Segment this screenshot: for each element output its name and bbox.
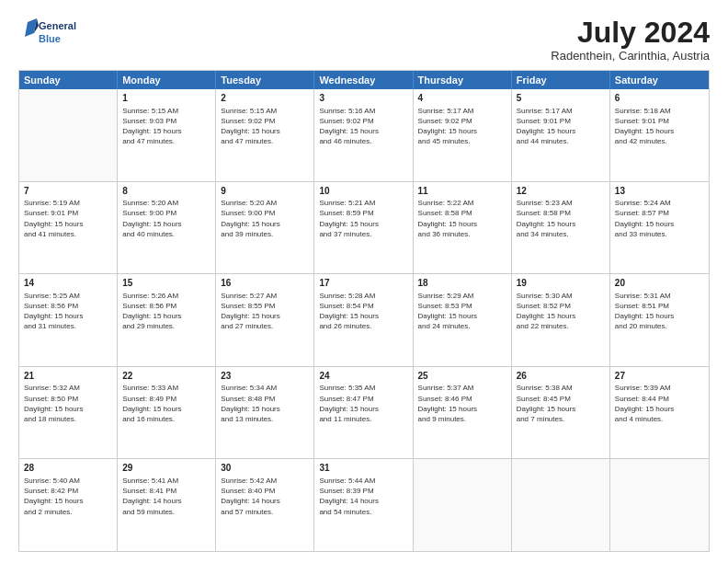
- calendar-cell: 22Sunrise: 5:33 AM Sunset: 8:49 PM Dayli…: [118, 367, 216, 459]
- day-number: 2: [221, 92, 309, 105]
- day-content: Sunrise: 5:26 AM Sunset: 8:56 PM Dayligh…: [122, 291, 210, 332]
- day-content: Sunrise: 5:44 AM Sunset: 8:39 PM Dayligh…: [319, 476, 407, 517]
- calendar-week: 14Sunrise: 5:25 AM Sunset: 8:56 PM Dayli…: [19, 273, 709, 366]
- day-number: 14: [24, 277, 112, 290]
- day-content: Sunrise: 5:18 AM Sunset: 9:01 PM Dayligh…: [615, 106, 704, 147]
- calendar-cell: 29Sunrise: 5:41 AM Sunset: 8:41 PM Dayli…: [118, 459, 216, 551]
- day-content: Sunrise: 5:24 AM Sunset: 8:57 PM Dayligh…: [615, 198, 704, 239]
- header-day: Monday: [118, 71, 216, 89]
- calendar-cell: [414, 459, 512, 551]
- day-number: 18: [418, 277, 506, 290]
- calendar-cell: 12Sunrise: 5:23 AM Sunset: 8:58 PM Dayli…: [512, 182, 610, 274]
- calendar-cell: 6Sunrise: 5:18 AM Sunset: 9:01 PM Daylig…: [610, 89, 709, 181]
- header-day: Friday: [512, 71, 610, 89]
- day-number: 28: [24, 462, 112, 475]
- calendar-cell: 27Sunrise: 5:39 AM Sunset: 8:44 PM Dayli…: [610, 367, 709, 459]
- day-number: 23: [221, 370, 309, 383]
- calendar-cell: 8Sunrise: 5:20 AM Sunset: 9:00 PM Daylig…: [118, 182, 216, 274]
- day-content: Sunrise: 5:31 AM Sunset: 8:51 PM Dayligh…: [615, 291, 704, 332]
- header-day: Thursday: [414, 71, 512, 89]
- day-number: 15: [122, 277, 210, 290]
- header-day: Tuesday: [216, 71, 314, 89]
- day-content: Sunrise: 5:21 AM Sunset: 8:59 PM Dayligh…: [319, 198, 407, 239]
- day-number: 24: [319, 370, 407, 383]
- day-content: Sunrise: 5:15 AM Sunset: 9:03 PM Dayligh…: [122, 106, 210, 147]
- calendar-cell: 25Sunrise: 5:37 AM Sunset: 8:46 PM Dayli…: [414, 367, 512, 459]
- day-number: 21: [24, 370, 112, 383]
- day-number: 26: [517, 370, 605, 383]
- day-number: 16: [221, 277, 309, 290]
- day-content: Sunrise: 5:20 AM Sunset: 9:00 PM Dayligh…: [122, 198, 210, 239]
- header-day: Sunday: [19, 71, 118, 89]
- day-number: 3: [319, 92, 407, 105]
- calendar-week: 1Sunrise: 5:15 AM Sunset: 9:03 PM Daylig…: [19, 89, 709, 181]
- calendar-week: 7Sunrise: 5:19 AM Sunset: 9:01 PM Daylig…: [19, 181, 709, 274]
- calendar-cell: [512, 459, 610, 551]
- calendar-cell: 24Sunrise: 5:35 AM Sunset: 8:47 PM Dayli…: [314, 367, 413, 459]
- calendar-cell: 23Sunrise: 5:34 AM Sunset: 8:48 PM Dayli…: [216, 367, 314, 459]
- calendar-cell: 15Sunrise: 5:26 AM Sunset: 8:56 PM Dayli…: [118, 274, 216, 366]
- day-content: Sunrise: 5:32 AM Sunset: 8:50 PM Dayligh…: [24, 383, 112, 424]
- day-number: 13: [615, 185, 704, 198]
- calendar-cell: 20Sunrise: 5:31 AM Sunset: 8:51 PM Dayli…: [610, 274, 709, 366]
- day-number: 5: [517, 92, 605, 105]
- calendar-cell: 17Sunrise: 5:28 AM Sunset: 8:54 PM Dayli…: [314, 274, 413, 366]
- day-content: Sunrise: 5:23 AM Sunset: 8:58 PM Dayligh…: [517, 198, 605, 239]
- calendar-cell: 19Sunrise: 5:30 AM Sunset: 8:52 PM Dayli…: [512, 274, 610, 366]
- calendar-week: 21Sunrise: 5:32 AM Sunset: 8:50 PM Dayli…: [19, 366, 709, 459]
- day-content: Sunrise: 5:17 AM Sunset: 9:01 PM Dayligh…: [517, 106, 605, 147]
- calendar-cell: 5Sunrise: 5:17 AM Sunset: 9:01 PM Daylig…: [512, 89, 610, 181]
- logo: General Blue: [18, 17, 83, 52]
- day-number: 17: [319, 277, 407, 290]
- calendar-cell: 30Sunrise: 5:42 AM Sunset: 8:40 PM Dayli…: [216, 459, 314, 551]
- day-number: 29: [122, 462, 210, 475]
- day-content: Sunrise: 5:38 AM Sunset: 8:45 PM Dayligh…: [517, 383, 605, 424]
- day-content: Sunrise: 5:29 AM Sunset: 8:53 PM Dayligh…: [418, 291, 506, 332]
- calendar-week: 28Sunrise: 5:40 AM Sunset: 8:42 PM Dayli…: [19, 458, 709, 551]
- location: Radenthein, Carinthia, Austria: [551, 49, 710, 63]
- day-number: 30: [221, 462, 309, 475]
- day-number: 7: [24, 185, 112, 198]
- day-content: Sunrise: 5:19 AM Sunset: 9:01 PM Dayligh…: [24, 198, 112, 239]
- calendar-body: 1Sunrise: 5:15 AM Sunset: 9:03 PM Daylig…: [19, 89, 709, 551]
- calendar-cell: 13Sunrise: 5:24 AM Sunset: 8:57 PM Dayli…: [610, 182, 709, 274]
- day-number: 12: [517, 185, 605, 198]
- calendar-cell: [610, 459, 709, 551]
- day-content: Sunrise: 5:40 AM Sunset: 8:42 PM Dayligh…: [24, 476, 112, 517]
- day-content: Sunrise: 5:37 AM Sunset: 8:46 PM Dayligh…: [418, 383, 506, 424]
- day-number: 10: [319, 185, 407, 198]
- calendar-cell: 16Sunrise: 5:27 AM Sunset: 8:55 PM Dayli…: [216, 274, 314, 366]
- day-number: 25: [418, 370, 506, 383]
- day-content: Sunrise: 5:27 AM Sunset: 8:55 PM Dayligh…: [221, 291, 309, 332]
- calendar-cell: 26Sunrise: 5:38 AM Sunset: 8:45 PM Dayli…: [512, 367, 610, 459]
- day-content: Sunrise: 5:20 AM Sunset: 9:00 PM Dayligh…: [221, 198, 309, 239]
- day-content: Sunrise: 5:17 AM Sunset: 9:02 PM Dayligh…: [418, 106, 506, 147]
- calendar-cell: 3Sunrise: 5:16 AM Sunset: 9:02 PM Daylig…: [314, 89, 413, 181]
- calendar-header: SundayMondayTuesdayWednesdayThursdayFrid…: [19, 71, 709, 89]
- day-number: 19: [517, 277, 605, 290]
- calendar-cell: 2Sunrise: 5:15 AM Sunset: 9:02 PM Daylig…: [216, 89, 314, 181]
- calendar: SundayMondayTuesdayWednesdayThursdayFrid…: [18, 70, 710, 552]
- calendar-cell: [19, 89, 118, 181]
- header: General Blue July 2024 Radenthein, Carin…: [18, 17, 710, 63]
- page: General Blue July 2024 Radenthein, Carin…: [0, 0, 728, 563]
- calendar-cell: 14Sunrise: 5:25 AM Sunset: 8:56 PM Dayli…: [19, 274, 118, 366]
- svg-marker-3: [25, 18, 37, 37]
- day-number: 6: [615, 92, 704, 105]
- day-content: Sunrise: 5:15 AM Sunset: 9:02 PM Dayligh…: [221, 106, 309, 147]
- day-content: Sunrise: 5:33 AM Sunset: 8:49 PM Dayligh…: [122, 383, 210, 424]
- day-content: Sunrise: 5:35 AM Sunset: 8:47 PM Dayligh…: [319, 383, 407, 424]
- month-year: July 2024: [551, 17, 710, 49]
- day-number: 31: [319, 462, 407, 475]
- day-content: Sunrise: 5:25 AM Sunset: 8:56 PM Dayligh…: [24, 291, 112, 332]
- day-content: Sunrise: 5:41 AM Sunset: 8:41 PM Dayligh…: [122, 476, 210, 517]
- calendar-cell: 1Sunrise: 5:15 AM Sunset: 9:03 PM Daylig…: [118, 89, 216, 181]
- svg-text:General: General: [39, 20, 76, 31]
- header-day: Wednesday: [314, 71, 413, 89]
- calendar-cell: 18Sunrise: 5:29 AM Sunset: 8:53 PM Dayli…: [414, 274, 512, 366]
- calendar-cell: 4Sunrise: 5:17 AM Sunset: 9:02 PM Daylig…: [414, 89, 512, 181]
- logo-svg: General Blue: [18, 17, 83, 52]
- calendar-cell: 11Sunrise: 5:22 AM Sunset: 8:58 PM Dayli…: [414, 182, 512, 274]
- day-content: Sunrise: 5:34 AM Sunset: 8:48 PM Dayligh…: [221, 383, 309, 424]
- calendar-cell: 31Sunrise: 5:44 AM Sunset: 8:39 PM Dayli…: [314, 459, 413, 551]
